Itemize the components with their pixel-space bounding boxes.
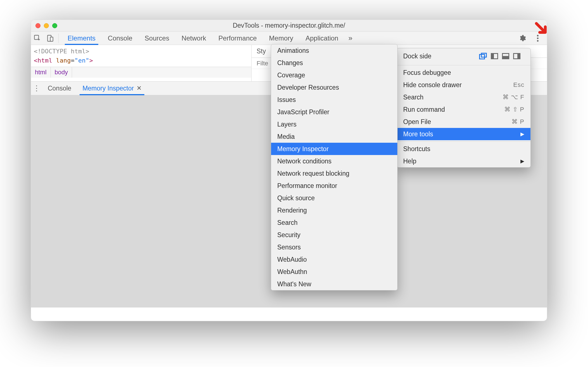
drawer-tab-label: Memory Inspector	[82, 85, 134, 92]
kebab-menu: Dock side Focus debuggee Hide console dr…	[397, 48, 531, 168]
submenu-item[interactable]: Network conditions	[271, 155, 397, 167]
svg-point-5	[537, 40, 539, 42]
submenu-item[interactable]: Security	[271, 229, 397, 241]
panel-tabs: Elements Console Sources Network Perform…	[61, 32, 356, 45]
tab-application[interactable]: Application	[299, 32, 344, 45]
submenu-item-label: Memory Inspector	[277, 145, 329, 153]
submenu-item-label: Layers	[277, 121, 297, 128]
dock-right-icon[interactable]	[513, 53, 520, 59]
tab-label: Application	[305, 34, 338, 42]
toolbar-divider	[58, 34, 59, 43]
dom-source[interactable]: <!DOCTYPE html> <html lang="en">	[31, 45, 251, 67]
submenu-item-label: Performance monitor	[277, 182, 337, 190]
dock-side-options	[479, 53, 524, 59]
submenu-item-label: Animations	[277, 47, 309, 54]
submenu-item-label: What's New	[277, 280, 311, 288]
submenu-item[interactable]: Sensors	[271, 241, 397, 253]
submenu-item-label: Network conditions	[277, 158, 331, 165]
titlebar: DevTools - memory-inspector.glitch.me/	[31, 20, 547, 32]
submenu-item[interactable]: JavaScript Profiler	[271, 106, 397, 118]
submenu-item[interactable]: Media	[271, 130, 397, 143]
drawer-kebab-icon[interactable]: ⋮	[31, 84, 42, 93]
window-title: DevTools - memory-inspector.glitch.me/	[31, 22, 547, 29]
submenu-item-label: Developer Resources	[277, 84, 339, 91]
submenu-item-label: Rendering	[277, 207, 307, 214]
menu-item-search[interactable]: Search⌘ ⌥ F	[397, 91, 530, 103]
dock-left-icon[interactable]	[491, 53, 498, 59]
submenu-item-label: Security	[277, 231, 300, 239]
menu-separator	[397, 141, 530, 142]
tab-label: Network	[181, 34, 206, 42]
tabs-overflow-icon[interactable]: »	[345, 34, 356, 42]
menu-separator	[397, 65, 530, 65]
submenu-item[interactable]: Developer Resources	[271, 81, 397, 94]
submenu-item[interactable]: Coverage	[271, 69, 397, 81]
submenu-item[interactable]: Changes	[271, 57, 397, 69]
tab-label: Elements	[68, 34, 95, 42]
submenu-item-label: Search	[277, 219, 298, 227]
submenu-item-label: Changes	[277, 59, 303, 67]
tab-label: Memory	[269, 34, 293, 42]
dom-tree-pane: <!DOCTYPE html> <html lang="en"> html bo…	[31, 45, 252, 81]
menu-item-shortcuts[interactable]: Shortcuts	[397, 143, 530, 155]
submenu-item[interactable]: What's New	[271, 278, 397, 290]
tab-label: Performance	[218, 34, 257, 42]
doctype-line: <!DOCTYPE html>	[34, 48, 89, 55]
submenu-item-label: Sensors	[277, 244, 301, 251]
tab-performance[interactable]: Performance	[212, 32, 263, 45]
inspect-element-icon[interactable]	[31, 32, 44, 45]
submenu-item-label: Issues	[277, 96, 296, 104]
svg-point-4	[537, 37, 539, 39]
submenu-item[interactable]: Performance monitor	[271, 180, 397, 192]
dock-bottom-icon[interactable]	[502, 53, 509, 59]
tab-label: Console	[108, 34, 132, 42]
breadcrumb: html body	[31, 67, 251, 78]
drawer-tab-memory-inspector[interactable]: Memory Inspector ✕	[77, 82, 147, 95]
submenu-item[interactable]: WebAuthn	[271, 266, 397, 278]
tab-elements[interactable]: Elements	[61, 32, 102, 45]
menu-item-open-file[interactable]: Open File⌘ P	[397, 116, 530, 128]
breadcrumb-item[interactable]: html	[31, 67, 51, 78]
menu-item-help[interactable]: Help▶	[397, 155, 530, 167]
dock-side-row: Dock side	[397, 48, 530, 64]
submenu-item[interactable]: Issues	[271, 94, 397, 106]
submenu-item[interactable]: Network request blocking	[271, 167, 397, 180]
breadcrumb-item[interactable]: body	[51, 67, 72, 78]
submenu-item[interactable]: Quick source	[271, 192, 397, 204]
settings-gear-icon[interactable]	[516, 32, 529, 45]
dock-side-label: Dock side	[403, 53, 431, 60]
styles-tab[interactable]: Sty	[257, 47, 266, 55]
close-tab-icon[interactable]: ✕	[137, 85, 142, 92]
tab-network[interactable]: Network	[175, 32, 212, 45]
submenu-item[interactable]: Memory Inspector	[271, 143, 397, 155]
svg-rect-9	[491, 54, 494, 59]
submenu-item-label: WebAudio	[277, 256, 307, 263]
submenu-item-label: Network request blocking	[277, 170, 349, 177]
tab-sources[interactable]: Sources	[138, 32, 175, 45]
menu-item-run-command[interactable]: Run command⌘ ⇧ P	[397, 103, 530, 116]
tab-console[interactable]: Console	[102, 32, 138, 45]
submenu-item[interactable]: WebAudio	[271, 253, 397, 266]
filter-label[interactable]: Filte	[257, 60, 268, 67]
annotation-arrow-icon	[535, 22, 549, 37]
submenu-item-label: Quick source	[277, 194, 315, 202]
tab-memory[interactable]: Memory	[263, 32, 300, 45]
svg-rect-2	[50, 37, 53, 41]
menu-item-hide-console-drawer[interactable]: Hide console drawerEsc	[397, 79, 530, 91]
submenu-item-label: Coverage	[277, 72, 305, 79]
dock-undock-icon[interactable]	[479, 53, 487, 59]
svg-rect-7	[481, 53, 486, 57]
submenu-item[interactable]: Search	[271, 216, 397, 229]
submenu-item[interactable]: Rendering	[271, 204, 397, 216]
device-toolbar-icon[interactable]	[44, 32, 57, 45]
submenu-item[interactable]: Layers	[271, 118, 397, 130]
drawer-tab-console[interactable]: Console	[42, 82, 77, 95]
submenu-item[interactable]: Animations	[271, 44, 397, 57]
menu-item-focus-debuggee[interactable]: Focus debuggee	[397, 66, 530, 79]
more-tools-submenu: AnimationsChangesCoverageDeveloper Resou…	[271, 44, 398, 290]
svg-rect-13	[518, 54, 520, 59]
drawer-tab-label: Console	[48, 85, 71, 92]
svg-rect-0	[34, 35, 39, 39]
menu-item-more-tools[interactable]: More tools▶	[397, 128, 530, 140]
submenu-item-label: Media	[277, 133, 295, 140]
